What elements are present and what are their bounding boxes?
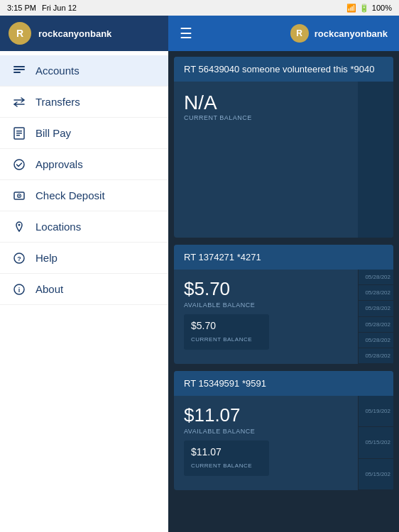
svg-text:i: i [18,287,21,294]
account-card-1-title: RT 56439040 someone volunteered this *90… [184,64,374,74]
transaction-row: 05/28/202 [359,270,393,285]
current-balance-2: $5.70 [191,320,262,331]
svg-point-11 [18,223,21,226]
battery-level: 100% [372,4,392,12]
svg-rect-0 [13,66,25,67]
svg-rect-5 [16,133,22,134]
account-card-3: RT 15349591 *9591 $11.07 AVAILABLE BALAN… [174,371,393,490]
app-layout: R rockcanyonbank Accounts [0,16,399,532]
svg-rect-6 [16,135,20,136]
sidebar-brand: rockcanyonbank [38,28,111,39]
account-card-3-header: RT 15349591 *9591 [174,371,393,396]
account-card-1: RT 56439040 someone volunteered this *90… [174,57,393,238]
transaction-row: 05/15/202 [359,459,393,490]
svg-point-7 [14,160,24,170]
sidebar-item-approvals[interactable]: Approvals [0,149,168,180]
available-label-2: AVAILABLE BALANCE [184,301,348,309]
about-icon: i [11,282,27,297]
wifi-icon: 📶 [346,4,356,13]
sidebar-item-help[interactable]: ? Help [0,243,168,274]
transaction-row: 05/15/202 [359,427,393,458]
svg-rect-2 [13,72,21,73]
sidebar-item-accounts[interactable]: Accounts [0,55,168,87]
current-balance-3: $11.07 [191,446,262,458]
available-label-3: AVAILABLE BALANCE [184,428,348,435]
topbar-brand: rockcanyonbank [315,28,388,39]
current-label-3: CURRENT BALANCE [191,462,252,469]
current-balance-box-2: $5.70 CURRENT BALANCE [184,314,269,350]
account-card-2-left: $5.70 AVAILABLE BALANCE $5.70 CURRENT BA… [174,270,358,364]
status-left: 3:15 PM Fri Jun 12 [7,4,77,12]
transaction-row: 05/28/202 [359,317,393,333]
accounts-icon [11,63,27,79]
available-balance-3: $11.07 [184,404,348,426]
svg-rect-4 [16,131,22,132]
account-card-3-title: RT 15349591 *9591 [184,378,266,389]
sidebar-item-checkdeposit[interactable]: Check Deposit [0,180,168,211]
current-balance-box-3: $11.07 CURRENT BALANCE [184,440,269,476]
available-label-1: CURRENT BALANCE [184,114,348,121]
sidebar-item-transfers[interactable]: Transfers [0,87,168,118]
help-label: Help [35,252,58,264]
sidebar-item-about[interactable]: i About [0,274,168,305]
status-bar: 3:15 PM Fri Jun 12 📶 🔋 100% [0,0,399,16]
account-card-2-title: RT 1374271 *4271 [184,252,261,262]
available-balance-2: $5.70 [184,278,348,300]
checkdeposit-label: Check Deposit [35,189,105,201]
account-card-3-body: $11.07 AVAILABLE BALANCE $11.07 CURRENT … [174,396,393,490]
about-label: About [35,283,63,295]
current-label-2: CURRENT BALANCE [191,336,252,343]
locations-icon [11,219,27,235]
top-bar: ☰ R rockcanyonbank [168,16,399,51]
account-card-1-body: N/A CURRENT BALANCE [174,82,393,238]
status-right: 📶 🔋 100% [346,4,392,13]
accounts-label: Accounts [35,65,80,77]
transaction-row: 05/28/202 [359,333,393,348]
account-card-2: RT 1374271 *4271 $5.70 AVAILABLE BALANCE… [174,245,393,364]
transfers-icon [11,94,27,110]
billpay-icon [11,126,27,141]
account-card-3-left: $11.07 AVAILABLE BALANCE $11.07 CURRENT … [174,396,358,490]
svg-rect-1 [13,69,25,70]
status-date: Fri Jun 12 [42,4,77,12]
sidebar: R rockcanyonbank Accounts [0,16,168,532]
account-card-1-left: N/A CURRENT BALANCE [174,82,358,238]
available-balance-1: N/A [184,92,348,114]
sidebar-nav: Accounts Transfers [0,51,168,532]
checkdeposit-icon [11,188,27,204]
hamburger-button[interactable]: ☰ [180,25,192,42]
svg-point-10 [18,195,20,196]
status-time: 3:15 PM [7,4,36,12]
accounts-list: RT 56439040 someone volunteered this *90… [168,51,399,532]
account-card-2-right: 05/28/202 05/28/202 05/28/202 05/28/202 … [358,270,393,364]
transaction-row: 05/19/202 [359,396,393,427]
top-bar-right: R rockcanyonbank [290,24,388,43]
svg-text:?: ? [17,255,21,262]
sidebar-logo: R [9,22,31,45]
topbar-logo: R [290,24,309,43]
billpay-label: Bill Pay [35,127,71,139]
sidebar-header: R rockcanyonbank [0,16,168,51]
transfers-label: Transfers [35,96,80,108]
main-content: ☰ R rockcanyonbank RT 56439040 someone v… [168,16,399,532]
transaction-row: 05/28/202 [359,285,393,301]
account-card-1-right [358,82,393,238]
locations-label: Locations [35,221,81,233]
account-card-2-header: RT 1374271 *4271 [174,245,393,270]
account-card-1-header: RT 56439040 someone volunteered this *90… [174,57,393,82]
approvals-icon [11,157,27,172]
sidebar-item-billpay[interactable]: Bill Pay [0,118,168,149]
sidebar-item-locations[interactable]: Locations [0,211,168,243]
transaction-row: 05/28/202 [359,301,393,316]
help-icon: ? [11,250,27,266]
approvals-label: Approvals [35,158,83,170]
battery-icon: 🔋 [359,4,369,13]
account-card-3-right: 05/19/202 05/15/202 05/15/202 [358,396,393,490]
transaction-row: 05/28/202 [359,348,393,364]
account-card-2-body: $5.70 AVAILABLE BALANCE $5.70 CURRENT BA… [174,270,393,364]
